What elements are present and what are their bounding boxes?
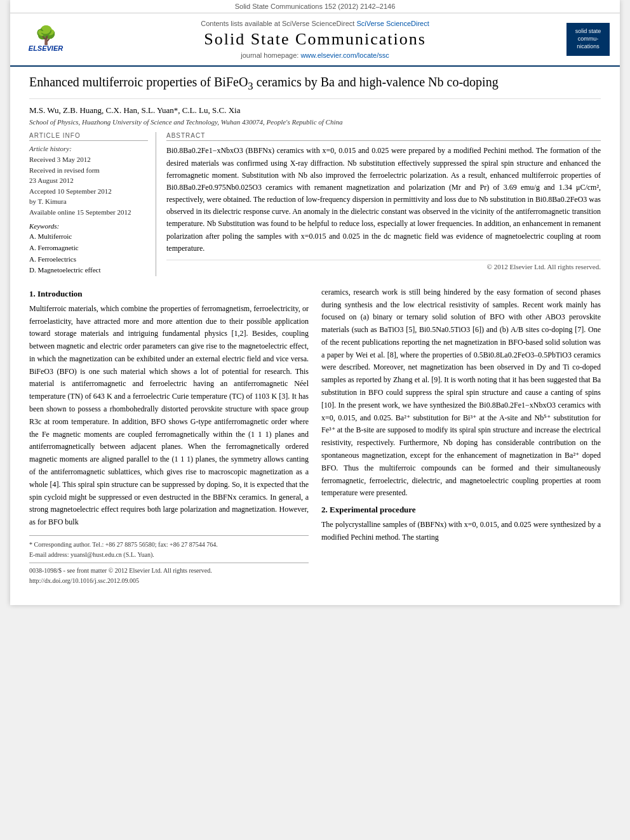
article-affiliation: School of Physics, Huazhong University o… [29,118,601,126]
intro-right-paragraph: ceramics, research work is still being h… [321,286,601,500]
journal-logo-area: solid state commu- nications [559,23,610,55]
journal-header-center: Contents lists available at SciVerse Sci… [77,20,553,59]
keyword-c: A. Ferroelectrics [29,254,148,265]
received-date: Received 3 May 2012 [29,154,148,165]
elsevier-wordmark: ELSEVIER [29,44,63,52]
doi-footnote: http://dx.doi.org/10.1016/j.ssc.2012.09.… [29,576,309,586]
abstract-col: ABSTRACT Bi0.8Ba0.2Fe1−xNbxO3 (BBFNx) ce… [166,132,601,276]
journal-title: Solid State Communications [77,30,553,49]
body-col-right: ceramics, research work is still being h… [321,286,601,586]
copyright-line: © 2012 Elsevier Ltd. All rights reserved… [166,260,601,270]
title-sub3: 3 [248,80,253,92]
history-label: Article history: [29,145,148,152]
experimental-heading: 2. Experimental procedure [321,505,601,515]
footnote-area: * Corresponding author. Tel.: +86 27 887… [29,535,309,586]
copyright-footnote: 0038-1098/$ - see front matter © 2012 El… [29,566,309,576]
contents-line: Contents lists available at SciVerse Sci… [77,20,553,27]
keyword-a: A. Multiferroic [29,231,148,243]
by-label: by T. Kimura [29,196,148,207]
journal-top-bar: Solid State Communications 152 (2012) 21… [10,0,620,13]
article-info-col: ARTICLE INFO Article history: Received 3… [29,132,156,276]
intro-paragraph-1: Multiferroic materials, which combine th… [29,303,309,529]
journal-header: 🌳 ELSEVIER Contents lists available at S… [10,13,620,67]
sciverse-link[interactable]: SciVerse ScienceDirect [356,20,429,27]
journal-homepage: journal homepage: www.elsevier.com/locat… [77,51,553,59]
accepted-date: Accepted 10 September 2012 [29,186,148,197]
main-body: 1. Introduction Multiferroic materials, … [29,286,601,586]
homepage-link[interactable]: www.elsevier.com/locate/ssc [300,51,389,59]
article-info-label: ARTICLE INFO [29,132,148,141]
journal-logo-box: solid state commu- nications [566,23,610,55]
article-authors: M.S. Wu, Z.B. Huang, C.X. Han, S.L. Yuan… [29,105,601,116]
info-abstract-section: ARTICLE INFO Article history: Received 3… [29,132,601,276]
elsevier-branding: 🌳 ELSEVIER [20,27,71,52]
star-footnote: * Corresponding author. Tel.: +86 27 887… [29,540,309,550]
journal-citation: Solid State Communications 152 (2012) 21… [235,3,396,10]
email-footnote: E-mail address: yuansl@hust.edu.cn (S.L.… [29,550,309,560]
elsevier-tree-icon: 🌳 [35,27,57,44]
keywords-title: Keywords: [29,222,148,230]
abstract-text: Bi0.8Ba0.2Fe1−xNbxO3 (BBFNx) ceramics wi… [166,145,601,255]
revised-date: Received in revised form23 August 2012 [29,165,148,186]
keyword-b: A. Ferromagnetic [29,243,148,254]
article-title: Enhanced multiferroic properties of BiFe… [29,73,601,99]
article-content: Enhanced multiferroic properties of BiFe… [10,67,620,586]
keyword-d: D. Magnetoelectric effect [29,265,148,276]
abstract-label: ABSTRACT [166,132,601,141]
experimental-paragraph-1: The polycrystalline samples of (BBFNx) w… [321,519,601,544]
page-wrapper: Solid State Communications 152 (2012) 21… [10,0,620,605]
available-date: Available online 15 September 2012 [29,207,148,218]
introduction-heading: 1. Introduction [29,289,309,299]
body-col-left: 1. Introduction Multiferroic materials, … [29,286,309,586]
